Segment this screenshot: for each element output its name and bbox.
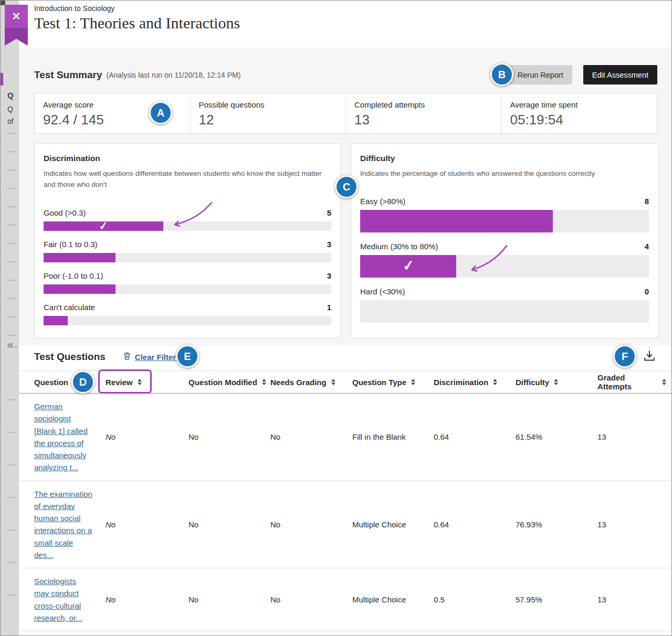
question-link[interactable]: Sociologists may conduct cross-cultural … [34, 575, 93, 624]
column-label: Question [34, 378, 68, 387]
table-body: German sociologist [Blank 1] called the … [19, 394, 671, 631]
question-type-cell: Multiple Choice [352, 595, 434, 604]
bar-fill [44, 316, 68, 325]
table-row: The examination of everyday human social… [19, 481, 671, 569]
background-text-fragment: Q [7, 105, 13, 113]
column-header-graded-attempts[interactable]: Graded Attempts [597, 373, 666, 391]
questions-table: Question Review Question Modified Needs … [19, 370, 671, 635]
bar-fill [360, 210, 553, 232]
difficulty-cell: 57.95% [516, 595, 597, 604]
bar-group: Medium (30% to 80%)4✓ [360, 242, 649, 278]
column-label: Needs Grading [270, 378, 327, 387]
edit-assessment-button[interactable]: Edit Assessment [583, 65, 657, 84]
bar-label: Easy (>80%) [360, 197, 405, 206]
needs-grading-cell: No [270, 520, 352, 529]
stat-possible-questions: Possible questions 12 [191, 93, 346, 133]
stat-value: 05:19:54 [510, 112, 657, 128]
background-accent [1, 73, 3, 86]
sort-icon[interactable] [262, 379, 266, 385]
analysis-panel: Introduction to Sociology Test 1: Theori… [19, 1, 671, 635]
bar-group: Easy (>80%)8 [360, 197, 649, 232]
bar-track: ✓ [360, 255, 649, 278]
review-cell: No [106, 595, 188, 604]
annotation-badge-b: B [490, 63, 513, 86]
download-report-button[interactable] [642, 348, 657, 366]
background-lines [7, 399, 16, 609]
bar-track [44, 253, 331, 262]
discrimination-description: Indicates how well questions differentia… [44, 168, 331, 190]
bar-label: Medium (30% to 80%) [360, 242, 438, 251]
question-type-cell: Fill in the Blank [352, 432, 434, 441]
column-header-difficulty[interactable]: Difficulty [516, 378, 597, 387]
column-header-question[interactable]: Question [34, 378, 106, 387]
table-row: Sociologists may conduct cross-cultural … [19, 568, 671, 631]
difficulty-description: Indicates the percentage of students who… [360, 168, 649, 179]
bar-fill [44, 253, 116, 262]
table-row: German sociologist [Blank 1] called the … [19, 394, 671, 481]
discrimination-bars: Good (>0.3)5✓Fair (0.1 to 0.3)3Poor (-1.… [44, 208, 331, 325]
bar-fill [44, 284, 116, 294]
question-modified-cell: No [188, 595, 270, 604]
annotation-badge-e: E [176, 345, 199, 368]
column-label: Question Modified [188, 378, 257, 387]
discrimination-title: Discrimination [44, 154, 331, 163]
stat-label: Completed attempts [354, 100, 501, 109]
bar-label: Good (>0.3) [44, 208, 86, 217]
stat-value: 12 [199, 112, 346, 128]
column-label: Discrimination [434, 378, 488, 387]
sort-icon[interactable] [411, 379, 415, 385]
question-link[interactable]: German sociologist [Blank 1] called the … [34, 400, 93, 474]
stat-completed-attempts: Completed attempts 13 [346, 93, 502, 133]
analysis-last-run-note: (Analysis last run on 11/20/18, 12:14 PM… [107, 71, 241, 79]
bar-fill: ✓ [44, 221, 163, 231]
bar-group: Fair (0.1 to 0.3)3 [44, 240, 331, 262]
annotation-badge-c: C [335, 175, 358, 198]
sort-icon[interactable] [554, 379, 558, 385]
sort-icon[interactable] [331, 379, 335, 385]
difficulty-title: Difficulty [360, 154, 649, 163]
bar-value: 5 [327, 208, 331, 217]
bar-group: Poor (-1.0 to 0.1)3 [44, 271, 331, 294]
clear-filters-button[interactable]: Clear Filters [123, 352, 181, 362]
needs-grading-cell: No [270, 595, 352, 604]
stat-average-time-spent: Average time spent 05:19:54 [502, 93, 657, 133]
bar-value: 4 [645, 242, 649, 251]
needs-grading-cell: No [270, 432, 352, 441]
background-text-fragment: Q [7, 91, 14, 100]
column-label: Question Type [352, 378, 406, 387]
rerun-report-button[interactable]: Rerun Report [509, 65, 572, 84]
course-name: Introduction to Sociology [34, 4, 114, 13]
bar-value: 8 [645, 197, 649, 206]
discrimination-card: Discrimination Indicates how well questi… [34, 143, 341, 338]
sort-icon[interactable] [662, 379, 666, 385]
check-mark: ✓ [98, 219, 109, 233]
close-button[interactable]: ✕ [5, 5, 28, 28]
check-mark: ✓ [402, 257, 415, 275]
summary-stats: Average score 92.4 / 145 Possible questi… [34, 93, 657, 134]
question-modified-cell: No [188, 520, 270, 529]
column-header-discrimination[interactable]: Discrimination [434, 378, 516, 387]
stat-label: Average time spent [510, 100, 657, 109]
question-link[interactable]: The examination of everyday human social… [34, 488, 93, 561]
summary-header: Test Summary (Analysis last run on 11/20… [34, 65, 657, 84]
bar-value: 3 [327, 271, 331, 280]
difficulty-cell: 76.93% [516, 520, 597, 529]
bar-track [44, 316, 331, 325]
bar-track: ✓ [44, 221, 331, 231]
bar-value: 1 [327, 303, 331, 312]
background-lines [7, 133, 16, 343]
column-header-question-modified[interactable]: Question Modified [188, 378, 270, 387]
background-text-fragment: of [7, 117, 14, 125]
question-type-cell: Multiple Choice [352, 520, 434, 529]
column-header-question-type[interactable]: Question Type [352, 378, 434, 387]
review-column-highlight [98, 369, 152, 394]
background-page-strip: Q Q of st... [1, 1, 19, 635]
discrimination-cell: 0.5 [434, 595, 516, 604]
bar-label: Poor (-1.0 to 0.1) [44, 271, 103, 280]
bar-track [360, 210, 649, 232]
review-cell: No [106, 432, 188, 441]
bar-track [360, 300, 649, 323]
sort-icon[interactable] [493, 379, 497, 385]
column-header-needs-grading[interactable]: Needs Grading [270, 378, 352, 387]
review-cell: No [106, 520, 188, 529]
